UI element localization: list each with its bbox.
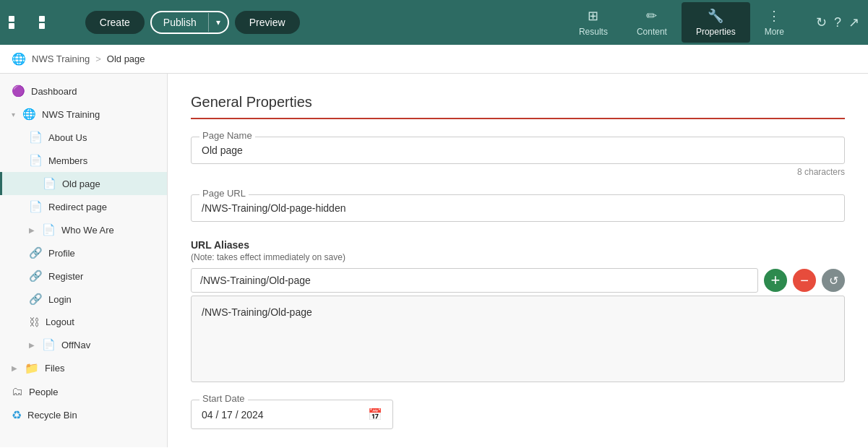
sidebar-item-label: Logout	[46, 316, 74, 327]
globe-tree-icon: 🌐	[22, 108, 36, 121]
sidebar-item-label: NWS Training	[42, 109, 100, 120]
results-icon: ⊞	[588, 8, 598, 24]
sidebar-item-logout[interactable]: ⛓ Logout	[0, 311, 167, 333]
exit-icon[interactable]: ↗	[848, 14, 859, 30]
breadcrumb-separator: >	[95, 53, 101, 64]
topbar-nav: ⊞ Results ✏ Content 🔧 Properties ⋮ More	[564, 2, 799, 43]
sidebar-item-dashboard[interactable]: 🟣 Dashboard	[0, 79, 167, 103]
expand-icon: ▾	[12, 111, 15, 119]
url-aliases-note: (Note: takes effect immediately on save)	[191, 252, 845, 262]
page-name-label: Page Name	[199, 130, 255, 141]
breadcrumb-site[interactable]: NWS Training	[32, 53, 90, 64]
url-aliases-input[interactable]	[191, 268, 758, 293]
content-area: General Properties Page Name Old page 8 …	[168, 74, 868, 447]
alias-add-button[interactable]: +	[764, 269, 787, 292]
tab-more[interactable]: ⋮ More	[750, 2, 799, 43]
url-aliases-section: URL Aliases (Note: takes effect immediat…	[191, 239, 845, 382]
section-title: General Properties	[191, 94, 845, 119]
page-url-value[interactable]: /NWS-Training/Old-page-hidden	[191, 194, 845, 222]
content-icon: ✏	[646, 8, 657, 24]
sidebar-item-label: Files	[45, 363, 64, 374]
dashboard-icon: 🟣	[12, 85, 25, 98]
link-icon: 🔗	[29, 246, 43, 259]
page-icon: 📄	[29, 200, 43, 213]
sidebar-item-about-us[interactable]: 📄 About Us	[0, 126, 167, 149]
sidebar-item-files[interactable]: ▶ 📁 Files	[0, 356, 167, 380]
sidebar-item-login[interactable]: 🔗 Login	[0, 288, 167, 311]
tab-more-label: More	[765, 27, 784, 37]
expand-icon: ▶	[29, 226, 35, 234]
tab-content[interactable]: ✏ Content	[622, 2, 682, 43]
sidebar-item-profile[interactable]: 🔗 Profile	[0, 241, 167, 264]
sidebar-item-recycle-bin[interactable]: ♻ Recycle Bin	[0, 403, 167, 427]
start-date-section: Start Date 04 / 17 / 2024 📅	[191, 400, 845, 429]
aliases-list: /NWS-Training/Old-page	[191, 296, 845, 382]
sidebar-item-offnav[interactable]: ▶ 📄 OffNav	[0, 333, 167, 356]
start-date-label: Start Date	[199, 393, 248, 404]
page-url-field: Page URL /NWS-Training/Old-page-hidden	[191, 194, 845, 222]
calendar-icon[interactable]: 📅	[368, 408, 382, 421]
globe-icon: 🌐	[12, 52, 26, 66]
page-name-value[interactable]: Old page	[191, 137, 845, 164]
create-button[interactable]: Create	[85, 11, 145, 34]
sidebar-item-redirect-page[interactable]: 📄 Redirect page	[0, 195, 167, 218]
char-count: 8 characters	[191, 167, 845, 177]
properties-icon: 🔧	[708, 8, 723, 24]
sidebar-item-label: OffNav	[61, 340, 90, 350]
main-layout: 🟣 Dashboard ▾ 🌐 NWS Training 📄 About Us …	[0, 74, 868, 447]
alias-reset-button[interactable]: ↺	[822, 269, 845, 292]
sidebar-item-label: Members	[48, 155, 87, 166]
tab-content-label: Content	[637, 27, 667, 37]
sidebar-item-label: Register	[48, 271, 83, 282]
page-icon: 📄	[42, 338, 56, 351]
sidebar-item-who-we-are[interactable]: ▶ 📄 Who We Are	[0, 218, 167, 241]
page-icon: 📄	[42, 223, 56, 236]
tab-results-label: Results	[579, 27, 608, 37]
sidebar-item-label: Login	[48, 294, 72, 305]
page-icon: 📄	[29, 131, 43, 144]
tab-properties[interactable]: 🔧 Properties	[682, 2, 750, 43]
sidebar-item-label: People	[29, 387, 58, 397]
sidebar-item-label: Redirect page	[48, 202, 107, 212]
topbar: Create Publish ▾ Preview ⊞ Results ✏ Con…	[0, 0, 868, 45]
page-icon: 📄	[29, 154, 43, 167]
recycle-icon: ♻	[12, 408, 22, 422]
sidebar-item-label: Dashboard	[31, 86, 77, 97]
sidebar-item-members[interactable]: 📄 Members	[0, 149, 167, 172]
sidebar-item-label: Recycle Bin	[27, 410, 77, 421]
tab-results[interactable]: ⊞ Results	[564, 2, 622, 43]
sidebar-item-register[interactable]: 🔗 Register	[0, 264, 167, 288]
sidebar: 🟣 Dashboard ▾ 🌐 NWS Training 📄 About Us …	[0, 74, 168, 447]
people-icon: 🗂	[12, 385, 23, 398]
logout-icon: ⛓	[29, 316, 40, 328]
more-icon: ⋮	[768, 8, 781, 24]
tab-properties-label: Properties	[696, 27, 736, 37]
sidebar-item-label: Old page	[62, 178, 100, 189]
expand-icon: ▶	[29, 341, 35, 349]
alias-remove-button[interactable]: −	[793, 269, 816, 292]
breadcrumb: 🌐 NWS Training > Old page	[0, 45, 868, 74]
start-date-field[interactable]: 04 / 17 / 2024 📅	[191, 400, 393, 429]
help-icon[interactable]: ?	[834, 15, 841, 30]
sidebar-item-label: Who We Are	[61, 225, 114, 236]
refresh-icon[interactable]: ↻	[816, 14, 827, 30]
sidebar-item-old-page[interactable]: 📄 Old page	[0, 172, 167, 195]
preview-button[interactable]: Preview	[235, 11, 300, 34]
breadcrumb-current: Old page	[107, 53, 145, 64]
link-icon: 🔗	[29, 293, 43, 306]
url-aliases-input-row: + − ↺	[191, 268, 845, 293]
page-url-label: Page URL	[199, 188, 249, 199]
sidebar-item-nws-training[interactable]: ▾ 🌐 NWS Training	[0, 103, 167, 126]
url-aliases-title: URL Aliases	[191, 239, 845, 251]
publish-dropdown-arrow[interactable]: ▾	[208, 13, 228, 32]
sidebar-item-people[interactable]: 🗂 People	[0, 380, 167, 403]
page-name-field: Page Name Old page 8 characters	[191, 137, 845, 177]
apps-grid[interactable]	[9, 16, 68, 29]
publish-button[interactable]: Publish	[152, 12, 208, 33]
start-date-value: 04 / 17 / 2024	[202, 409, 264, 421]
list-item[interactable]: /NWS-Training/Old-page	[202, 303, 834, 321]
topbar-right-icons: ↻ ? ↗	[816, 14, 859, 30]
page-icon: 📄	[43, 177, 56, 190]
expand-icon: ▶	[12, 364, 17, 372]
publish-button-group: Publish ▾	[150, 11, 229, 34]
